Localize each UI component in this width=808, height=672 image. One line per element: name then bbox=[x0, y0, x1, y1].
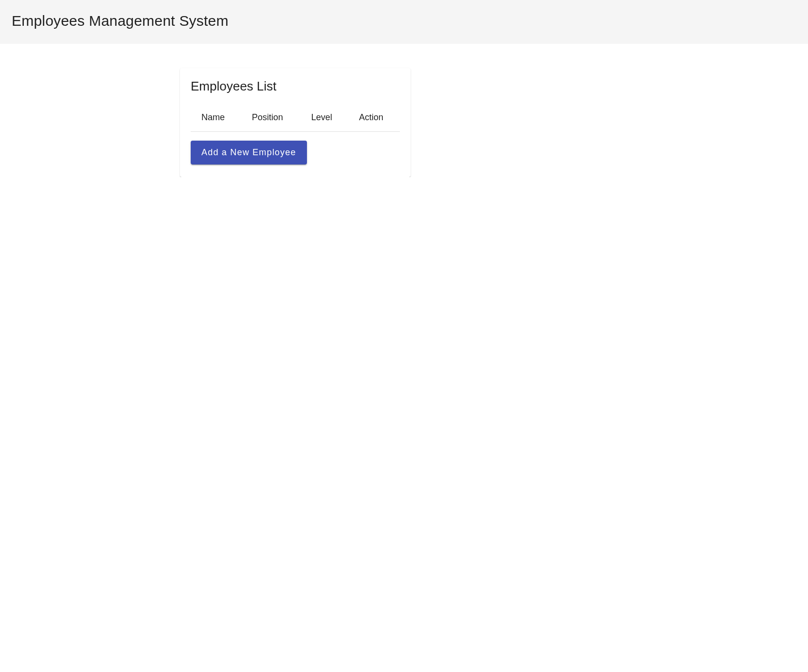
column-header-position: Position bbox=[241, 108, 301, 132]
add-employee-button[interactable]: Add a New Employee bbox=[191, 141, 307, 164]
employees-table: Name Position Level Action bbox=[191, 108, 400, 132]
app-toolbar: Employees Management System bbox=[0, 0, 808, 44]
card-title: Employees List bbox=[191, 79, 400, 94]
column-header-action: Action bbox=[348, 108, 400, 132]
employees-card: Employees List Name Position Level Actio… bbox=[180, 68, 411, 177]
table-header-row: Name Position Level Action bbox=[191, 108, 400, 132]
content-area: Employees List Name Position Level Actio… bbox=[0, 44, 808, 177]
column-header-name: Name bbox=[191, 108, 241, 132]
app-title: Employees Management System bbox=[12, 13, 229, 29]
column-header-level: Level bbox=[301, 108, 348, 132]
